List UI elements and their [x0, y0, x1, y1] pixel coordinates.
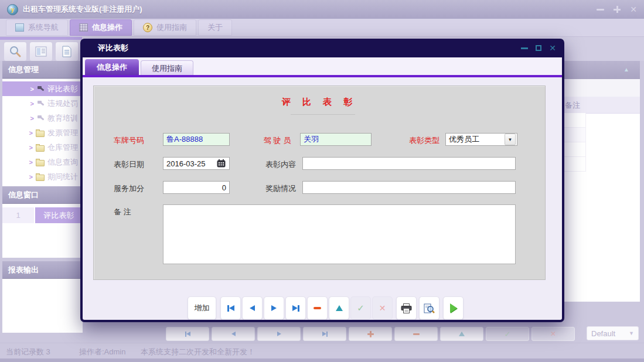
sidebar-item-warehouse[interactable]: > 仓库管理 — [2, 140, 83, 155]
style-dropdown[interactable]: Default ▼ — [587, 326, 639, 340]
document-icon — [62, 46, 72, 57]
chevron-down-icon[interactable]: ▼ — [505, 134, 516, 145]
sidebar-item-invoice[interactable]: > 发票管理 — [2, 125, 83, 140]
dialog-minimize-icon[interactable] — [521, 47, 528, 49]
tab-info-operation[interactable]: 信息操作 — [70, 19, 132, 36]
collapse-panel-icon[interactable]: ▲ — [623, 67, 629, 73]
bottom-next-button[interactable] — [257, 327, 301, 341]
window-list-item[interactable]: 1 评比表彰 — [2, 207, 83, 223]
sidebar-item-label: 教育培训 — [47, 113, 78, 124]
date-field[interactable]: 2016-03-25 — [163, 157, 230, 170]
sidebar-item-statistics[interactable]: > 期间统计 — [2, 169, 83, 184]
edit-icon — [336, 305, 343, 311]
folder-icon — [36, 160, 45, 166]
document-button[interactable] — [55, 42, 79, 62]
note-textarea[interactable] — [163, 204, 516, 264]
dialog-title: 评比表彰 — [98, 43, 128, 53]
sidebar-section-info-title[interactable]: 信息管理 — [2, 61, 83, 78]
content-field[interactable] — [302, 157, 516, 170]
record-navigator-bar: ✓ ✕ Default ▼ — [86, 327, 640, 342]
cross-icon: ✕ — [550, 330, 556, 338]
dialog-close-icon[interactable]: ✕ — [549, 44, 556, 52]
tab-label: 使用指南 — [156, 22, 187, 33]
run-button[interactable] — [443, 296, 464, 320]
folder-icon — [36, 175, 45, 181]
column-header-note[interactable]: 备注 — [565, 100, 580, 111]
date-value: 2016-03-25 — [166, 159, 206, 168]
minus-icon — [413, 333, 420, 335]
sidebar-item-label: 发票管理 — [47, 128, 78, 138]
tab-system-nav[interactable]: 系统导航 — [6, 19, 68, 36]
restore-icon[interactable] — [614, 6, 621, 13]
sidebar-item-label: 违规处罚 — [47, 98, 78, 109]
close-icon[interactable]: ✕ — [630, 5, 637, 13]
delete-record-button[interactable] — [307, 296, 328, 320]
sidebar-nav-panel: > 评比表彰 > 违规处罚 > 教育培训 > 发票管理 > 仓库管理 > 信息查… — [2, 79, 83, 187]
last-record-button[interactable] — [285, 296, 306, 320]
bottom-prev-button[interactable] — [212, 327, 255, 341]
edit-record-button[interactable] — [329, 296, 349, 320]
dialog-titlebar: 评比表彰 ✕ — [80, 39, 564, 57]
dialog-button-bar: 增加 ✓ ✕ — [188, 296, 464, 320]
preview-button[interactable] — [419, 296, 439, 320]
sidebar-item-commendation[interactable]: > 评比表彰 — [2, 81, 83, 96]
commendation-form: 评 比 表 彰 车牌号码 鲁A-88888 驾 驶 员 关羽 表彰类型 优秀员工… — [93, 86, 546, 280]
sidebar-item-violation[interactable]: > 违规处罚 — [2, 96, 83, 111]
sidebar-section-window-title[interactable]: 信息窗口 — [2, 186, 83, 204]
active-tab-accent — [0, 37, 82, 40]
next-icon — [277, 332, 281, 336]
sidebar-window-panel: 1 评比表彰 — [2, 204, 83, 258]
bottom-edit-button[interactable] — [440, 327, 483, 341]
score-value: 0 — [222, 183, 226, 192]
confirm-button[interactable]: ✓ — [350, 296, 371, 320]
sidebar-item-label: 期间统计 — [47, 172, 78, 182]
type-dropdown[interactable]: 优秀员工 ▼ — [445, 133, 517, 146]
check-icon: ✓ — [505, 330, 511, 339]
report-icon — [35, 46, 47, 57]
bottom-cancel-button[interactable]: ✕ — [531, 327, 575, 341]
prev-record-button[interactable] — [242, 296, 263, 320]
print-button[interactable] — [396, 296, 417, 320]
dialog-maximize-icon[interactable] — [536, 45, 541, 51]
tab-about[interactable]: 关于 — [198, 19, 232, 36]
chevron-down-icon: ▼ — [629, 330, 634, 336]
form-heading: 评 比 表 彰 — [94, 97, 545, 108]
minimize-icon[interactable] — [597, 9, 604, 11]
report-button[interactable] — [29, 42, 53, 62]
dialog-tab-user-guide[interactable]: 使用指南 — [141, 60, 193, 75]
bottom-confirm-button[interactable]: ✓ — [486, 327, 529, 341]
first-record-button[interactable] — [220, 296, 241, 320]
sidebar-item-training[interactable]: > 教育培训 — [2, 111, 83, 125]
bottom-delete-button[interactable] — [394, 327, 438, 341]
bottom-insert-button[interactable] — [349, 327, 392, 341]
app-titlebar: y 出租车管理系统专业版(非注册用户) ✕ — [0, 0, 644, 19]
heading-underline — [291, 114, 355, 115]
tab-user-guide[interactable]: ? 使用指南 — [134, 19, 196, 36]
dialog-tab-info-operation[interactable]: 信息操作 — [85, 59, 139, 75]
plate-value: 鲁A-88888 — [166, 134, 203, 145]
bottom-last-button[interactable] — [303, 327, 346, 341]
search-button[interactable] — [4, 42, 27, 62]
calendar-button[interactable] — [214, 158, 227, 169]
cancel-button[interactable]: ✕ — [372, 296, 393, 320]
driver-field[interactable]: 关羽 — [300, 133, 372, 146]
bottom-first-button[interactable] — [166, 327, 209, 341]
window-item-index: 1 — [2, 207, 34, 223]
record-count-text: 当前记录数 3 — [6, 347, 50, 357]
window-bottom-edge — [0, 358, 644, 362]
folder-icon — [36, 145, 45, 152]
sidebar-item-query[interactable]: > 信息查询 — [2, 155, 83, 169]
reward-field[interactable] — [302, 181, 516, 194]
score-field[interactable]: 0 — [163, 181, 230, 194]
add-record-button[interactable]: 增加 — [188, 296, 216, 320]
reward-label: 奖励情况 — [265, 183, 296, 194]
window-icon — [15, 23, 24, 32]
next-record-button[interactable] — [264, 296, 284, 320]
help-icon: ? — [143, 23, 152, 32]
tab-label: 信息操作 — [92, 22, 122, 33]
plate-field[interactable]: 鲁A-88888 — [163, 133, 230, 146]
play-icon — [450, 303, 457, 313]
status-bar: 当前记录数 3 操作者:Admin 本系统支持二次开发和全新开发！ — [0, 343, 644, 359]
sidebar-section-report-title[interactable]: 报表输出 — [2, 261, 83, 279]
dialog-tab-underline — [83, 75, 562, 77]
